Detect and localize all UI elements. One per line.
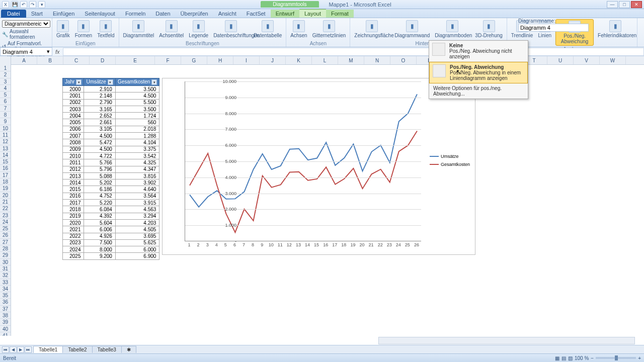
sheet-nav-first[interactable]: ⏮ (2, 346, 9, 353)
row-header[interactable]: 27 (0, 239, 11, 245)
undo-icon[interactable]: ↶ (20, 1, 27, 8)
row-header[interactable]: 3 (0, 78, 11, 85)
col-header[interactable]: M (338, 56, 364, 64)
table-row[interactable]: 20216.0064.505 (63, 226, 159, 233)
row-header[interactable]: 8 (0, 112, 11, 118)
row-header[interactable]: 33 (0, 279, 11, 286)
col-header[interactable]: C (63, 56, 90, 64)
table-row[interactable]: 20145.2023.902 (63, 179, 159, 186)
row-header[interactable]: 13 (0, 145, 11, 152)
save-icon[interactable]: 💾 (11, 1, 18, 8)
qat-more-icon[interactable]: ▾ (38, 1, 45, 8)
row-header[interactable]: 23 (0, 212, 11, 219)
row-header[interactable]: 1 (0, 65, 11, 71)
row-header[interactable]: 41 (0, 332, 11, 336)
table-row[interactable]: 20033.1653.500 (63, 106, 159, 112)
chart-legend[interactable]: UmsätzeGesamtkosten (430, 154, 470, 170)
ribbon-formen[interactable]: ▮Formen (74, 19, 93, 39)
worksheet-grid[interactable]: 1234567891011121314151617181920212223242… (0, 56, 644, 336)
updown-option-none[interactable]: KeinePos./Neg. Abweichung nicht anzeigen (429, 41, 528, 62)
horizontal-scrollbar[interactable] (378, 337, 635, 344)
row-header[interactable]: 25 (0, 225, 11, 232)
minimize-button[interactable]: — (607, 1, 618, 8)
ribbon-datentabelle[interactable]: ▮Datentabelle (253, 19, 283, 39)
ribbon-achsentitel[interactable]: ▮Achsentitel (158, 19, 185, 39)
row-header[interactable]: 34 (0, 286, 11, 292)
row-header[interactable]: 28 (0, 245, 11, 252)
zoom-in-button[interactable]: + (638, 355, 641, 361)
ribbon-grafik[interactable]: ▮Grafik (55, 19, 71, 39)
ribbon-diagrammtitel[interactable]: ▮Diagrammtitel (122, 19, 155, 39)
view-normal-icon[interactable]: ▦ (555, 355, 559, 361)
row-header[interactable]: 39 (0, 319, 11, 325)
tab-entwurf[interactable]: Entwurf (271, 10, 299, 18)
ribbon-legende[interactable]: ▮Legende (188, 19, 209, 39)
tab-start[interactable]: Start (26, 10, 48, 18)
table-row[interactable]: 20175.2203.915 (63, 200, 159, 206)
row-header[interactable]: 11 (0, 132, 11, 138)
table-row[interactable]: 20186.0844.563 (63, 206, 159, 213)
col-header[interactable]: H (207, 56, 233, 64)
row-header[interactable]: 6 (0, 98, 11, 105)
format-selection-button[interactable]: 🔧Auswahl formatieren (2, 29, 50, 40)
table-row[interactable]: 20205.6044.203 (63, 219, 159, 226)
table-row[interactable]: 20248.0006.000 (63, 246, 159, 253)
row-header[interactable]: 10 (0, 125, 11, 132)
sheet-tab[interactable]: Tabelle3 (92, 346, 122, 353)
col-header[interactable]: O (390, 56, 417, 64)
col-header[interactable]: W (600, 56, 626, 64)
chart-element-dropdown[interactable]: Diagrammbereich (2, 20, 50, 28)
row-header[interactable]: 35 (0, 292, 11, 299)
updown-option-show[interactable]: Pos./Neg. AbweichungPos./Neg. Abweichung… (429, 62, 528, 83)
table-row[interactable]: 20259.2006.900 (63, 253, 159, 259)
row-header[interactable]: 17 (0, 172, 11, 178)
row-header[interactable]: 22 (0, 205, 11, 212)
row-header[interactable]: 7 (0, 105, 11, 112)
table-header[interactable]: Jahr▾ (63, 78, 84, 86)
table-header[interactable]: Umsätze▾ (84, 78, 115, 86)
legend-item[interactable]: Gesamtkosten (430, 162, 470, 167)
col-header[interactable]: A (11, 56, 37, 64)
new-sheet-button[interactable]: ✱ (121, 346, 136, 353)
col-header[interactable]: G (181, 56, 207, 64)
table-row[interactable]: 20237.5005.625 (63, 239, 159, 246)
col-header[interactable]: V (574, 56, 600, 64)
legend-item[interactable]: Umsätze (430, 154, 470, 159)
table-row[interactable]: 20074.5001.288 (63, 133, 159, 139)
table-header[interactable]: Gesamtkosten▾ (115, 78, 159, 86)
data-table[interactable]: Jahr▾Umsätze▾Gesamtkosten▾ 20002.9103.50… (62, 78, 159, 260)
ribbon-zeichnungsfl-che[interactable]: ▮Zeichnungsfläche (353, 19, 390, 39)
row-header[interactable]: 15 (0, 158, 11, 165)
table-row[interactable]: 20085.4724.104 (63, 139, 159, 146)
row-header[interactable]: 30 (0, 259, 11, 265)
row-header[interactable]: 36 (0, 299, 11, 305)
ribbon-diagrammwand[interactable]: ▮Diagrammwand (393, 19, 431, 39)
ribbon-gitternetzlinien[interactable]: ▮Gitternetzlinien (311, 19, 347, 39)
row-header[interactable]: 24 (0, 219, 11, 225)
table-row[interactable]: 20224.9263.695 (63, 233, 159, 239)
table-row[interactable]: 20104.7223.542 (63, 152, 159, 159)
table-row[interactable]: 20022.7905.500 (63, 99, 159, 106)
tab-datei[interactable]: Datei (1, 10, 26, 18)
sheet-nav-prev[interactable]: ◀ (10, 346, 17, 353)
fx-icon[interactable]: fx (52, 49, 63, 55)
tab-überprüfen[interactable]: Überprüfen (176, 10, 213, 18)
row-header[interactable]: 37 (0, 306, 11, 312)
ribbon--d-drehung[interactable]: ▮3D-Drehung (474, 19, 503, 39)
row-header[interactable]: 19 (0, 185, 11, 192)
col-header[interactable]: F (155, 56, 181, 64)
sheet-tab[interactable]: Tabelle1 (33, 346, 63, 353)
row-header[interactable]: 38 (0, 312, 11, 319)
row-header[interactable]: 5 (0, 92, 11, 98)
table-row[interactable]: 20063.1052.018 (63, 126, 159, 132)
formula-bar[interactable] (63, 48, 644, 56)
chart-object[interactable]: UmsätzeGesamtkosten -1.0002.0003.0004.00… (162, 78, 475, 255)
row-header[interactable]: 16 (0, 165, 11, 171)
col-header[interactable]: L (312, 56, 338, 64)
tab-seitenlayout[interactable]: Seitenlayout (79, 10, 120, 18)
sheet-nav-last[interactable]: ⏭ (25, 346, 32, 353)
col-header[interactable]: D (90, 56, 116, 64)
updown-more-options[interactable]: Weitere Optionen für pos./neg. Abweichun… (429, 83, 528, 99)
ribbon-achsen[interactable]: ▮Achsen (289, 19, 308, 39)
col-header[interactable]: K (286, 56, 312, 64)
